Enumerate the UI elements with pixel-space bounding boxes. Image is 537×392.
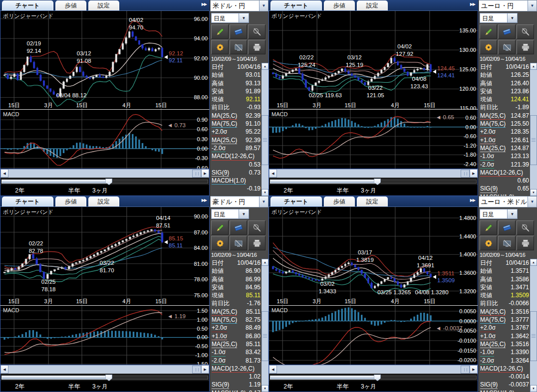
indicator-label[interactable]: -1.0σ <box>480 348 494 356</box>
indicator-label[interactable]: MACD(12-26,C) <box>480 169 523 177</box>
printer-icon[interactable] <box>517 236 534 250</box>
indicator-label[interactable]: MA(25,C) <box>212 340 237 348</box>
indicator-label[interactable]: MACD(12-26,C) <box>212 365 255 373</box>
tab-settings[interactable]: 設定 <box>88 0 119 10</box>
indicator-label[interactable]: MACDH(1.0) <box>212 389 246 392</box>
vertical-scrollbar[interactable]: ▲ ▼ <box>530 259 537 392</box>
indicator-label[interactable]: MA(75,C) <box>212 120 237 128</box>
indicator-label[interactable]: MACD(12-26,C) <box>212 152 255 160</box>
expand-panel-icon[interactable]: ▶▶ <box>202 2 207 6</box>
tab-chart[interactable]: チャート <box>270 0 322 10</box>
timeframe-select[interactable]: 日足 <box>480 13 508 23</box>
period-label-3months[interactable]: 3ヶ月 <box>361 383 376 391</box>
scroll-down-button[interactable]: ▼ <box>262 189 268 196</box>
macd-chart[interactable]: MACD 0.00500.0000-0.0050-0.0100-0.0150-0… <box>268 306 478 365</box>
expand-panel-icon[interactable]: ▶▶ <box>470 2 475 6</box>
tab-tick-price[interactable]: 歩値 <box>55 196 86 206</box>
slider-thumb[interactable] <box>105 375 112 381</box>
currency-pair-select[interactable]: 米ドル・円 ▼ <box>210 0 268 11</box>
vscroll-track[interactable] <box>530 70 537 189</box>
printer-icon[interactable] <box>248 40 266 54</box>
horizontal-scrollbar[interactable]: ◀ ▶ <box>268 365 478 374</box>
timeframe-dropdown-icon[interactable]: ▼ <box>508 209 518 219</box>
indicator-label[interactable]: MA(25,C) <box>480 144 506 152</box>
indicator-label[interactable]: MACDH(1.0) <box>480 389 515 392</box>
gear-icon[interactable] <box>211 40 229 54</box>
eraser-icon[interactable] <box>230 220 247 235</box>
scroll-up-button[interactable]: ▲ <box>262 63 268 70</box>
period-label-half-year[interactable]: 半年 <box>68 187 80 195</box>
horizontal-scrollbar[interactable]: ◀ ▶ <box>0 169 210 178</box>
horizontal-scrollbar[interactable]: ◀ ▶ <box>268 169 478 178</box>
dropdown-arrow-icon[interactable]: ▼ <box>259 0 268 11</box>
scroll-down-button[interactable]: ▼ <box>530 189 537 196</box>
vscroll-thumb[interactable] <box>262 115 268 165</box>
printer-icon[interactable] <box>248 236 266 250</box>
period-label-3months[interactable]: 3ヶ月 <box>92 383 108 391</box>
scroll-up-button[interactable]: ▲ <box>262 259 268 266</box>
vscroll-track[interactable] <box>262 70 268 189</box>
horizontal-scrollbar[interactable]: ◀ ▶ <box>0 365 210 374</box>
scroll-up-button[interactable]: ▲ <box>530 259 537 266</box>
period-zoom-slider[interactable] <box>268 374 478 381</box>
expand-panel-icon[interactable]: ▶▶ <box>470 198 475 202</box>
tab-settings[interactable]: 設定 <box>88 196 119 206</box>
indicator-label[interactable]: SIG(9) <box>212 381 229 389</box>
zoom-disabled-icon[interactable] <box>517 220 534 235</box>
scroll-up-button[interactable]: ▲ <box>530 63 537 70</box>
gear-icon[interactable] <box>211 236 229 250</box>
slider-thumb[interactable] <box>374 179 381 185</box>
indicator-label[interactable]: -1.0σ <box>212 348 226 356</box>
tab-chart[interactable]: チャート <box>2 0 53 10</box>
zoom-disabled-icon[interactable] <box>248 24 266 39</box>
indicator-label[interactable]: +1.0σ <box>480 136 496 144</box>
period-label-2years[interactable]: 2年 <box>15 383 24 391</box>
vscroll-track[interactable] <box>262 266 268 385</box>
pencil-icon[interactable] <box>480 24 497 39</box>
vertical-scrollbar[interactable]: ▲ ▼ <box>262 63 268 196</box>
eraser-icon[interactable] <box>498 24 516 39</box>
tab-settings[interactable]: 設定 <box>357 0 388 10</box>
hscroll-track[interactable] <box>277 169 470 178</box>
pencil-icon[interactable] <box>480 220 497 235</box>
currency-pair-select[interactable]: ユーロ・米ドル ▼ <box>479 196 537 207</box>
bollinger-chart[interactable]: ボリンジャーバンド 90.0087.0084.0081.0078.0075.00… <box>0 207 210 306</box>
dropdown-arrow-icon[interactable]: ▼ <box>528 0 537 11</box>
period-label-3months[interactable]: 3ヶ月 <box>361 187 376 195</box>
dropdown-arrow-icon[interactable]: ▼ <box>259 196 268 207</box>
period-label-2years[interactable]: 2年 <box>283 383 293 391</box>
indicator-label[interactable]: +2.0σ <box>212 128 227 136</box>
indicator-label[interactable]: SIG(9) <box>480 381 498 389</box>
indicator-label[interactable]: +1.0σ <box>212 332 227 340</box>
macd-chart[interactable]: MACD 0.600.00-0.60-1.20-1.80-2.40◄ 0.65 <box>268 110 478 169</box>
scroll-left-button[interactable]: ◀ <box>269 365 277 374</box>
slider-track[interactable] <box>377 376 477 380</box>
dropdown-arrow-icon[interactable]: ▼ <box>528 196 537 207</box>
slider-thumb[interactable] <box>374 375 381 381</box>
eraser-icon[interactable] <box>230 24 247 39</box>
indicator-label[interactable]: MACD(12-26,C) <box>480 365 523 373</box>
screen-disabled-icon[interactable] <box>230 40 247 54</box>
vscroll-thumb[interactable] <box>530 115 537 165</box>
hscroll-thumb[interactable] <box>192 366 201 374</box>
period-label-half-year[interactable]: 半年 <box>337 187 349 195</box>
eraser-icon[interactable] <box>498 220 516 235</box>
indicator-label[interactable]: +1.0σ <box>480 332 496 340</box>
screen-disabled-icon[interactable] <box>498 236 516 250</box>
slider-track[interactable] <box>377 180 477 184</box>
indicator-label[interactable]: MA(75,C) <box>480 316 506 324</box>
bollinger-chart[interactable]: ボリンジャーバンド 96.0094.0092.0090.0088.0015日3月… <box>0 11 210 110</box>
tab-chart[interactable]: チャート <box>270 196 322 206</box>
indicator-label[interactable]: MA(25,C) <box>212 308 237 316</box>
slider-thumb[interactable] <box>105 179 112 185</box>
indicator-label[interactable]: MA(25,C) <box>480 340 506 348</box>
indicator-label[interactable]: SIG(9) <box>212 169 229 177</box>
pencil-icon[interactable] <box>211 24 229 39</box>
timeframe-select[interactable]: 日足 <box>480 209 508 219</box>
scroll-down-button[interactable]: ▼ <box>530 385 537 392</box>
pencil-icon[interactable] <box>211 220 229 235</box>
bollinger-chart[interactable]: ボリンジャーバンド 1.48001.44001.40001.36001.3200… <box>268 207 478 306</box>
indicator-label[interactable]: MA(25,C) <box>212 112 237 120</box>
timeframe-select[interactable]: 日足 <box>211 13 239 23</box>
scroll-right-button[interactable]: ▶ <box>201 169 209 178</box>
